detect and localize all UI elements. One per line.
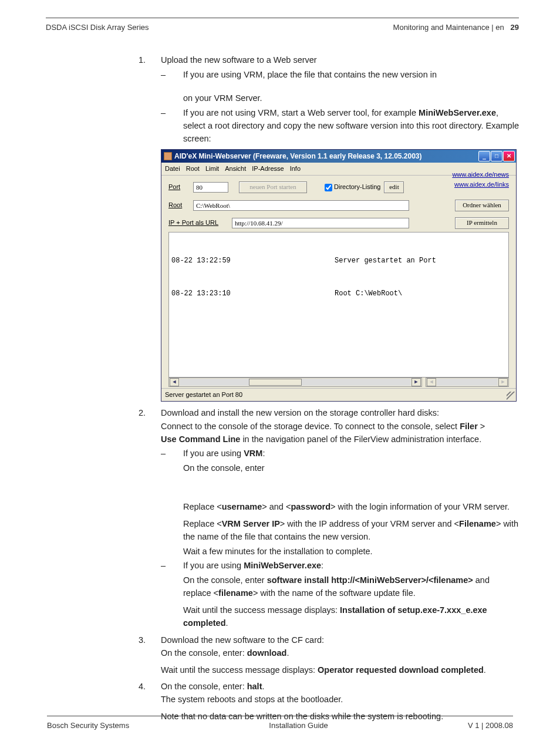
root-input[interactable] xyxy=(193,200,409,211)
link-links[interactable]: www.aidex.de/links xyxy=(452,180,509,190)
close-button[interactable]: ✕ xyxy=(503,151,515,161)
link-news[interactable]: www.aidex.de/news xyxy=(452,170,509,180)
menu-ansicht[interactable]: Ansicht xyxy=(225,164,246,174)
page-header: DSDA iSCSI Disk Array Series Monitoring … xyxy=(46,18,519,33)
dirlist-label: Directory-Listing xyxy=(334,182,380,192)
log-scroll: ◄ ► ◄ ► xyxy=(168,378,509,387)
scroll-right-icon-2[interactable]: ► xyxy=(498,378,508,386)
step-1: 1. Upload the new software to a Web serv… xyxy=(139,53,519,402)
footer-right: V 1 | 2008.08 xyxy=(468,720,513,732)
step-2: 2. Download and install the new version … xyxy=(139,406,519,630)
step-3: 3. Download the new software to the CF c… xyxy=(139,634,519,676)
header-right: Monitoring and Maintenance | en 29 xyxy=(393,22,519,33)
window-statusbar: Server gestartet an Port 80 xyxy=(161,388,516,401)
scroll-left-icon-2[interactable]: ◄ xyxy=(427,378,436,386)
root-label: Root xyxy=(168,200,193,210)
menu-root[interactable]: Root xyxy=(186,164,200,174)
header-left: DSDA iSCSI Disk Array Series xyxy=(46,22,149,33)
window-titlebar[interactable]: AID'eX Mini-Webserver (Freeware, Version… xyxy=(161,150,516,163)
port-input[interactable] xyxy=(193,182,228,193)
log-hscroll-right[interactable]: ◄ ► xyxy=(426,378,509,387)
port-label: Port xyxy=(168,182,193,192)
footer-center: Installation Guide xyxy=(269,720,328,732)
minimize-button[interactable]: ‗ xyxy=(478,151,490,161)
resize-grip-icon[interactable] xyxy=(507,392,515,400)
log-area: 08-22 13:22:59Server gestartet an Port 0… xyxy=(168,232,509,378)
body-content: 1. Upload the new software to a Web serv… xyxy=(139,53,519,723)
footer-left: Bosch Security Systems xyxy=(47,720,129,732)
step-1-sub-1: – If you are using VRM, place the file t… xyxy=(161,68,519,105)
edit-button[interactable]: edit xyxy=(384,181,404,193)
scroll-left-icon[interactable]: ◄ xyxy=(170,378,179,386)
app-icon xyxy=(164,152,172,160)
url-label: IP + Port als URL xyxy=(168,218,232,228)
dirlist-checkbox[interactable] xyxy=(325,184,332,191)
get-ip-button[interactable]: IP ermitteln xyxy=(455,217,509,229)
new-port-button[interactable]: neuen Port starten xyxy=(239,181,307,193)
scroll-right-icon[interactable]: ► xyxy=(411,378,421,386)
root-row: Root Ordner wählen xyxy=(168,200,509,211)
miniwebserver-window: AID'eX Mini-Webserver (Freeware, Version… xyxy=(161,149,517,402)
choose-folder-button[interactable]: Ordner wählen xyxy=(455,200,509,211)
menu-datei[interactable]: Datei xyxy=(165,164,180,174)
page-footer: Bosch Security Systems Installation Guid… xyxy=(47,716,513,732)
menu-ip-adresse[interactable]: IP-Adresse xyxy=(252,164,284,174)
menu-info[interactable]: Info xyxy=(290,164,301,174)
url-input[interactable] xyxy=(232,218,409,228)
window-links: www.aidex.de/news www.aidex.de/links xyxy=(452,170,509,190)
window-title: AID'eX Mini-Webserver (Freeware, Version… xyxy=(174,151,478,162)
url-row: IP + Port als URL IP ermitteln xyxy=(168,218,509,228)
log-hscroll-left[interactable]: ◄ ► xyxy=(168,378,422,387)
step-2-mini: – If you are using MiniWebServer.exe: On… xyxy=(161,559,519,629)
step-1-sub-2: – If you are not using VRM, start a Web … xyxy=(161,106,519,146)
maximize-button[interactable]: □ xyxy=(491,151,502,161)
menu-limit[interactable]: Limit xyxy=(205,164,219,174)
step-2-vrm: – If you are using VRM: On the console, … xyxy=(161,447,519,558)
